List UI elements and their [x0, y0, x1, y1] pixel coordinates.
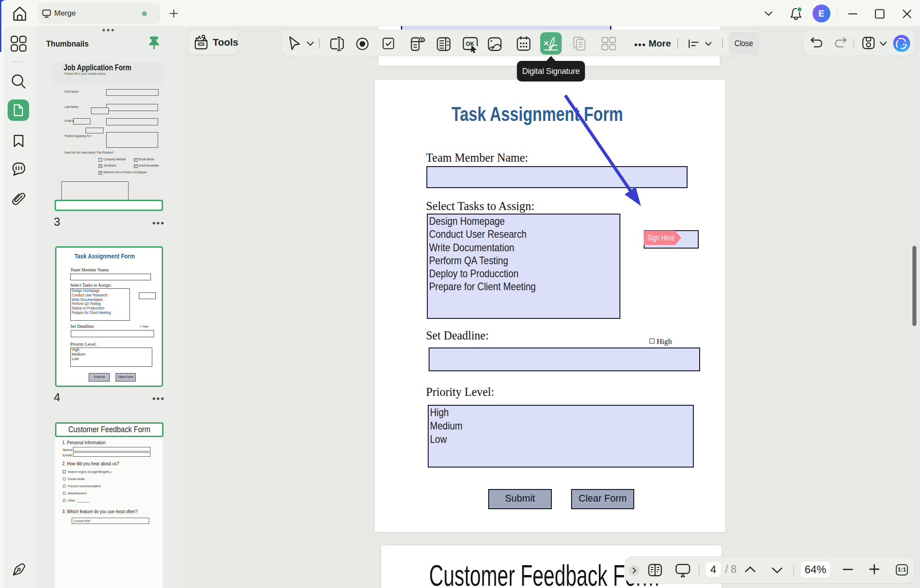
svg-text:Sign Here: Sign Here: [647, 234, 675, 242]
svg-text:OK: OK: [466, 41, 474, 47]
